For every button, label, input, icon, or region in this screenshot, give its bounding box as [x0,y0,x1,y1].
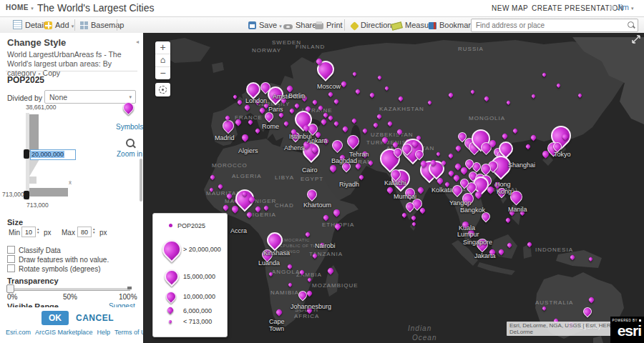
break-value-input[interactable]: 20,000,000 [30,149,76,160]
save-icon [248,21,256,29]
draw-no-value-checkbox[interactable] [7,255,15,263]
symbols-link[interactable]: Symbols [116,123,143,131]
transparency-50: 50% [63,293,77,301]
directions-button[interactable]: Directions [350,17,396,33]
zoom-in-link[interactable]: Zoom in [117,150,142,158]
footer-links: Esri.comArcGIS MarketplaceHelpTerms of U… [6,328,139,337]
city-label: Kong [497,188,512,195]
transparency-slider-handle[interactable] [6,284,14,293]
footer-link[interactable]: ArcGIS Marketplace [35,329,93,336]
locate-button[interactable] [155,83,170,96]
transparency-label: Transparency [7,277,59,285]
home-menu[interactable]: HOME ▾ [6,4,34,11]
toolbar-separator [74,19,75,31]
chevron-down-icon: ▾ [279,24,282,29]
toolbar-separator [117,19,117,31]
legend-item-label: 6,000,000 [183,307,212,314]
map-title: The World's Largest Cities [37,2,154,14]
min-size-input[interactable] [21,227,36,237]
map-canvas[interactable]: NORWAYSWEDENFINLANDRUSSIAKAZAKHSTANMONGO… [143,33,644,343]
user-menu[interactable]: ■ Jim ▾ [610,3,633,11]
city-label: Tehran [349,151,369,158]
add-icon [44,21,52,29]
city-label: London [245,97,267,104]
panel-footer [0,307,143,327]
search-icon[interactable] [628,21,634,28]
ok-button[interactable]: OK [42,311,69,325]
divided-by-select[interactable]: None▾ [44,90,136,104]
search-box [471,19,638,32]
rotate-symbols-checkbox[interactable] [7,264,15,272]
ocean-label: Indian [408,324,431,332]
legend-pin-cell [157,305,183,317]
app-header: HOME ▾ The World's Largest Cities NEW MA… [0,0,644,17]
panel-scrollbar[interactable] [140,159,142,202]
max-size-input[interactable] [77,227,92,237]
city-label: Mumbai [394,193,416,200]
city-label: Rome [262,123,279,130]
classify-data-checkbox[interactable] [7,246,15,254]
print-button[interactable]: Print [315,17,343,33]
country-label: NORWAY [252,47,281,54]
city-label: Athens [284,144,304,151]
city-label: Luanda [258,259,280,267]
country-label: AUSTRALIA [535,299,573,306]
legend-item: > 20,000,000 [157,234,223,265]
bookmarks-icon [429,22,436,29]
city-label: Ankara [307,137,328,144]
zoom-out-button[interactable]: − [155,67,170,79]
min-label: Min [9,229,20,237]
legend-pin-icon [168,319,172,324]
legend-item: 15,000,000 [157,265,223,288]
country-label: REPUBLIC OF THE [276,244,320,248]
city-label: Riyadh [339,181,359,188]
legend-panel: POP2025 > 20,000,00015,000,00010,000,000… [152,213,228,337]
min-stepper[interactable]: ▴▾ [37,227,39,234]
share-button[interactable]: Share [283,17,316,33]
city-label: Kolkata [431,187,453,194]
city-label: Madrid [215,134,235,141]
country-label: CHAD [275,202,294,209]
zoom-in-button[interactable]: + [155,41,170,54]
home-extent-button[interactable]: ⌂ [155,54,170,67]
new-map-button[interactable]: NEW MAP [492,4,528,12]
search-input[interactable] [474,20,624,31]
transparency-0: 0% [7,293,17,301]
toolbar: Details Add ▾ Basemap Save ▾ Share Print… [0,17,644,34]
legend-item: 6,000,000 [157,305,223,317]
basemap-button[interactable]: Basemap [80,17,124,33]
footer-link[interactable]: Esri.com [6,329,31,336]
histogram-upper-handle[interactable] [24,149,29,159]
city-label: Jakarta [474,252,496,259]
city-label: Khartoum [303,202,331,209]
country-label: INDONESIA [535,247,573,253]
city-label: Cape [269,318,285,325]
histogram-bar [29,177,36,184]
expand-map-icon[interactable] [632,35,640,44]
footer-link[interactable]: Help [97,329,111,336]
divider [6,71,137,71]
city-label: Shanghai [508,161,535,169]
footer-link[interactable]: Terms of Use [114,329,144,336]
country-label: LIBYA [275,174,294,181]
save-button[interactable]: Save ▾ [248,17,282,33]
transparency-slider-track[interactable] [7,288,130,291]
zoom-in-icon [126,139,135,147]
max-stepper[interactable]: ▴▾ [93,227,95,234]
city-label: Nairobi [315,242,336,249]
city-label: Paris [268,106,283,113]
city-label: Yangon [449,199,471,207]
city-label: Johannesburg [291,303,331,310]
city-label: Bangkok [460,207,485,214]
city-label: Town [269,325,284,332]
legend-item-label: 10,000,000 [183,293,215,300]
collapse-panel-icon[interactable]: ◂ [136,39,139,45]
legend-pin-icon [162,267,182,287]
legend-item-label: 15,000,000 [183,273,215,280]
add-button[interactable]: Add ▾ [44,17,74,33]
legend-pin-cell [157,288,183,305]
cancel-button[interactable]: CANCEL [76,313,114,323]
histogram-lower-handle[interactable] [24,191,29,199]
country-label: NAMIBIA [270,289,299,296]
country-label: AFRICA [294,313,319,319]
